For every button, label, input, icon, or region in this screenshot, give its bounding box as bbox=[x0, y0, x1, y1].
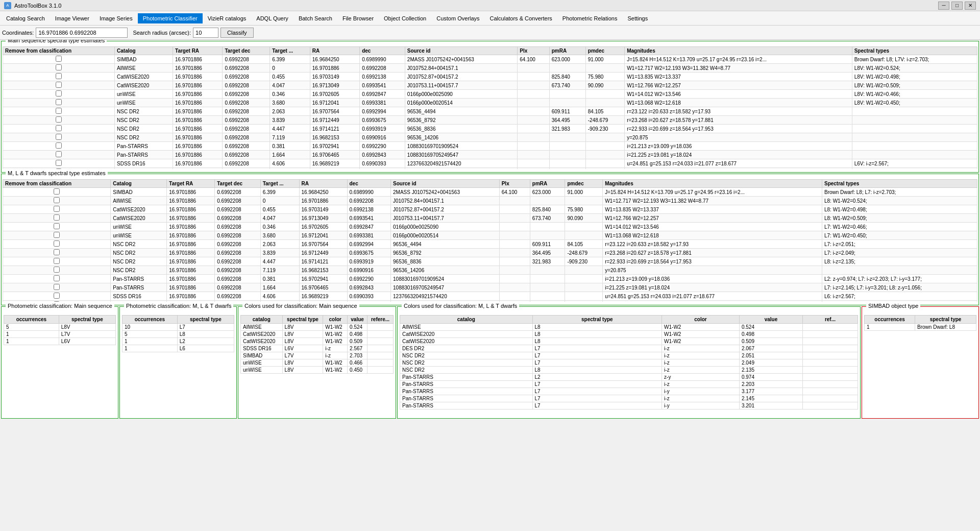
row-checkbox[interactable] bbox=[56, 151, 62, 157]
cell-color: W1-W2 bbox=[323, 338, 348, 345]
col-val-cml: value bbox=[739, 316, 802, 324]
minimize-button[interactable]: ─ bbox=[938, 2, 949, 10]
list-item: AllWISEL8W1-W20.524 bbox=[400, 324, 858, 331]
radius-input[interactable] bbox=[193, 28, 218, 38]
cell-pmra: 825.840 bbox=[549, 73, 585, 81]
row-checkbox[interactable] bbox=[54, 223, 60, 229]
cell-dec: 0.6993541 bbox=[360, 81, 405, 90]
row-checkbox[interactable] bbox=[56, 64, 62, 70]
row-checkbox[interactable] bbox=[56, 116, 62, 123]
row-checkbox[interactable] bbox=[54, 301, 60, 302]
main-sequence-table-container[interactable]: Remove from classification Catalog Targe… bbox=[3, 46, 977, 169]
phot-mlt-inner: occurrences spectral type 10L75L81L21L6 bbox=[120, 307, 236, 418]
cell-target_dist: 7.119 bbox=[260, 266, 299, 275]
list-item: CatWISE2020L8W1-W20.509 bbox=[400, 338, 858, 345]
row-checkbox[interactable] bbox=[56, 168, 62, 169]
cell-target_dec: 0.6992208 bbox=[215, 257, 260, 266]
cell-catalog: NSC DR2 bbox=[111, 240, 167, 249]
menu-item-vizier-catalogs[interactable]: VizieR catalogs bbox=[203, 13, 252, 23]
row-checkbox[interactable] bbox=[54, 214, 60, 221]
menu-item-catalog-search[interactable]: Catalog Search bbox=[1, 13, 50, 23]
cell-pmra bbox=[549, 142, 585, 151]
row-checkbox[interactable] bbox=[56, 82, 62, 88]
menu-item-custom-overlays[interactable]: Custom Overlays bbox=[431, 13, 484, 23]
cell-spectral_types bbox=[822, 266, 977, 275]
colors-main-title: Colors used for classification: Main seq… bbox=[242, 303, 359, 309]
row-checkbox[interactable] bbox=[54, 232, 60, 238]
cell-value: 0.466 bbox=[348, 359, 368, 367]
cell-pmdec bbox=[585, 133, 624, 142]
cell-dec: 0.6992847 bbox=[347, 223, 391, 231]
cell-spectral_type: L6V bbox=[282, 345, 323, 352]
col-spec-cml: spectral type bbox=[532, 316, 662, 324]
menu-item-image-series[interactable]: Image Series bbox=[94, 13, 138, 23]
cell-target_dec: 0.6992208 bbox=[223, 55, 270, 64]
row-checkbox[interactable] bbox=[54, 206, 60, 212]
main-sequence-table: Remove from classification Catalog Targe… bbox=[3, 46, 977, 169]
cell-dec: 0.6993381 bbox=[360, 99, 405, 107]
menu-item-settings[interactable]: Settings bbox=[622, 13, 653, 23]
row-checkbox[interactable] bbox=[56, 142, 62, 149]
cell-spec: L2 bbox=[177, 338, 234, 345]
cell-pmdec: 75.980 bbox=[565, 205, 603, 214]
menu-item-adql-query[interactable]: ADQL Query bbox=[251, 13, 293, 23]
row-checkbox[interactable] bbox=[54, 197, 60, 203]
coordinates-input[interactable] bbox=[36, 28, 128, 38]
row-checkbox[interactable] bbox=[54, 258, 60, 264]
cell-ra: 16.9684250 bbox=[299, 188, 347, 197]
mlt-table-container[interactable]: Remove from classification Catalog Targe… bbox=[3, 179, 977, 302]
menu-item-file-browser[interactable]: File Browser bbox=[337, 13, 379, 23]
cell-occ: 1 bbox=[122, 338, 178, 345]
cell-spectral_type: L7 bbox=[532, 352, 662, 359]
row-checkbox[interactable] bbox=[56, 134, 62, 140]
cell-catalog: SIMBAD bbox=[241, 352, 283, 359]
table-row: CatWISE202016.97018860.69922080.45516.97… bbox=[3, 205, 977, 214]
cell-magnitudes: J=15.7437 H=14.5044 K=13.6073 bbox=[625, 168, 852, 170]
row-checkbox[interactable] bbox=[54, 188, 60, 195]
menu-item-object-collection[interactable]: Object Collection bbox=[379, 13, 431, 23]
cell-plx bbox=[499, 257, 530, 266]
menu-item-photometric-relations[interactable]: Photometric Relations bbox=[557, 13, 623, 23]
cell-plx: 64.100 bbox=[499, 188, 530, 197]
close-button[interactable]: ✕ bbox=[965, 2, 976, 10]
row-checkbox[interactable] bbox=[56, 90, 62, 96]
cell-spectral_types bbox=[852, 142, 977, 151]
cell-spec: L7 bbox=[177, 324, 234, 331]
classify-button[interactable]: Classify bbox=[220, 28, 254, 38]
cell-pmdec bbox=[585, 168, 624, 170]
col-target-dist-main: Target ... bbox=[270, 47, 310, 55]
row-checkbox[interactable] bbox=[54, 275, 60, 281]
row-checkbox[interactable] bbox=[54, 267, 60, 273]
colors-mlt-tbody: AllWISEL8W1-W20.524CatWISE2020L8W1-W20.4… bbox=[400, 324, 858, 409]
row-checkbox[interactable] bbox=[56, 56, 62, 62]
list-item: 5L8 bbox=[122, 331, 234, 338]
row-checkbox[interactable] bbox=[56, 125, 62, 131]
cell-value: 0.450 bbox=[348, 367, 368, 374]
row-checkbox[interactable] bbox=[54, 240, 60, 247]
menu-item-calculators[interactable]: Calculators & Converters bbox=[485, 13, 557, 23]
menu-item-image-viewer[interactable]: Image Viewer bbox=[50, 13, 94, 23]
titlebar-controls[interactable]: ─ □ ✕ bbox=[938, 2, 976, 10]
cell-catalog: DES DR2 bbox=[400, 345, 533, 352]
menu-item-photometric-classifier[interactable]: Photometric Classifier bbox=[138, 13, 203, 23]
row-checkbox[interactable] bbox=[54, 284, 60, 290]
colors-main-inner[interactable]: catalog spectral type color value refere… bbox=[238, 307, 396, 418]
cell-dec: 0.6992200 bbox=[360, 168, 405, 170]
cell-spectral_types: L7: i-z=2.145; L7: i-y=3.201; L8: z-y=1.… bbox=[822, 283, 977, 292]
col-spec-main: spectral type bbox=[59, 316, 115, 324]
cell-magnitudes: W1=12.717 W2=12.193 W3=11.382 W4=8.77 bbox=[603, 197, 822, 205]
cell-target_dist: 3.839 bbox=[270, 116, 310, 125]
row-checkbox[interactable] bbox=[56, 160, 62, 166]
row-checkbox[interactable] bbox=[54, 249, 60, 255]
cell-catalog: SDSS DR16 bbox=[115, 159, 173, 168]
row-checkbox[interactable] bbox=[56, 73, 62, 79]
row-checkbox[interactable] bbox=[56, 99, 62, 105]
menu-item-batch-search[interactable]: Batch Search bbox=[293, 13, 337, 23]
row-checkbox[interactable] bbox=[54, 293, 60, 299]
cell-ref bbox=[802, 324, 857, 331]
row-checkbox[interactable] bbox=[56, 108, 62, 114]
colors-mlt-inner[interactable]: catalog spectral type color value ref...… bbox=[398, 307, 860, 418]
maximize-button[interactable]: □ bbox=[951, 2, 963, 10]
cell-pmdec bbox=[565, 197, 603, 205]
table-row: NSC DR216.97018860.69922083.83916.971244… bbox=[3, 249, 977, 257]
